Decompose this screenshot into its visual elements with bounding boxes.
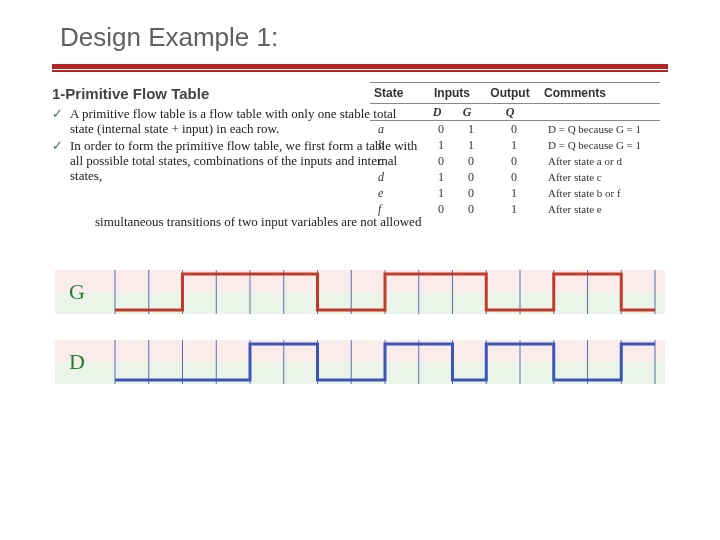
subcol-Q: Q	[482, 105, 538, 120]
timing-band-G: G	[55, 270, 665, 314]
cell-G: 1	[456, 122, 486, 137]
table-header-row: State Inputs Output Comments	[370, 82, 660, 104]
cell-D: 0	[426, 154, 456, 169]
col-header-output: Output	[482, 86, 538, 100]
cell-G: 0	[456, 170, 486, 185]
cell-comment: After state c	[542, 171, 660, 183]
cell-Q: 0	[486, 154, 542, 169]
section-heading-text: 1-Primitive Flow Table	[52, 85, 209, 102]
timing-band-D: D	[55, 340, 665, 384]
cell-state: e	[370, 186, 426, 201]
cell-G: 0	[456, 154, 486, 169]
cell-state: c	[370, 154, 426, 169]
col-header-state: State	[370, 86, 422, 100]
table-body: a010D = Q because G = 1b111D = Q because…	[370, 121, 660, 217]
cell-state: b	[370, 138, 426, 153]
list-item: ✓ In order to form the primitive flow ta…	[52, 138, 422, 183]
cell-Q: 1	[486, 202, 542, 217]
subcol-D: D	[422, 105, 452, 120]
subcol-G: G	[452, 105, 482, 120]
list-item: ✓ A primitive flow table is a flow table…	[52, 106, 422, 136]
col-header-comments: Comments	[538, 86, 660, 100]
cell-G: 0	[456, 186, 486, 201]
cell-D: 1	[426, 138, 456, 153]
page-title: Design Example 1:	[60, 22, 278, 53]
cell-comment: After state b or f	[542, 187, 660, 199]
check-icon: ✓	[52, 138, 70, 183]
cell-D: 0	[426, 122, 456, 137]
section-heading: 1-Primitive Flow Table	[52, 85, 209, 102]
cell-state: f	[370, 202, 426, 217]
cell-Q: 0	[486, 170, 542, 185]
cell-comment: After state e	[542, 203, 660, 215]
col-header-inputs: Inputs	[422, 86, 482, 100]
bullet-list: ✓ A primitive flow table is a flow table…	[52, 106, 422, 185]
cell-state: a	[370, 122, 426, 137]
cell-Q: 1	[486, 138, 542, 153]
cell-D: 1	[426, 170, 456, 185]
cell-comment: After state a or d	[542, 155, 660, 167]
cell-D: 1	[426, 186, 456, 201]
cell-Q: 1	[486, 186, 542, 201]
wave-svg-D	[55, 340, 665, 384]
table-row: d100After state c	[370, 169, 660, 185]
wave-svg-G	[55, 270, 665, 314]
divider-thin	[52, 70, 668, 72]
cell-state: d	[370, 170, 426, 185]
table-row: f001After state e	[370, 201, 660, 217]
cell-G: 1	[456, 138, 486, 153]
check-icon: ✓	[52, 106, 70, 136]
table-subheader-row: D G Q	[370, 104, 660, 121]
cell-comment: D = Q because G = 1	[542, 123, 660, 135]
table-row: e101After state b or f	[370, 185, 660, 201]
table-row: a010D = Q because G = 1	[370, 121, 660, 137]
cell-D: 0	[426, 202, 456, 217]
cell-comment: D = Q because G = 1	[542, 139, 660, 151]
table-row: c000After state a or d	[370, 153, 660, 169]
table-row: b111D = Q because G = 1	[370, 137, 660, 153]
state-table: State Inputs Output Comments D G Q a010D…	[370, 82, 660, 217]
divider-thick	[52, 64, 668, 69]
cell-Q: 0	[486, 122, 542, 137]
cell-G: 0	[456, 202, 486, 217]
